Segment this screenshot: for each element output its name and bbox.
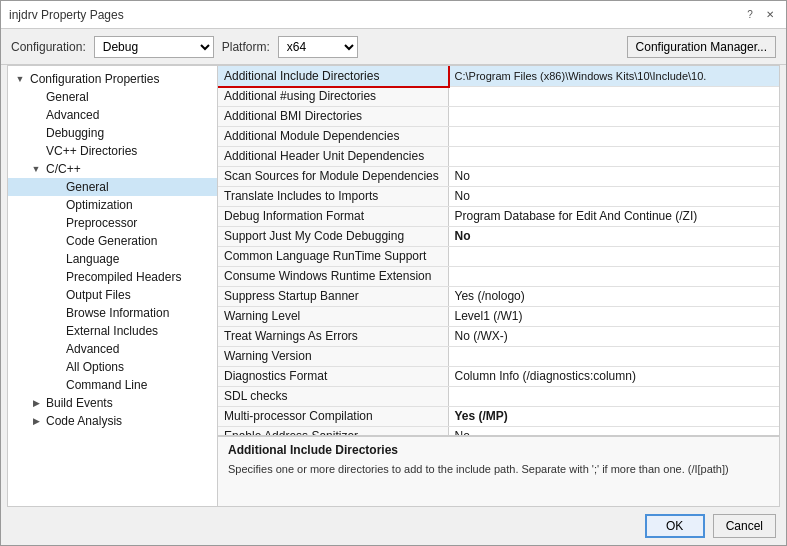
table-row[interactable]: SDL checks <box>218 386 779 406</box>
sidebar-item-output[interactable]: Output Files <box>8 286 217 304</box>
table-row[interactable]: Suppress Startup BannerYes (/nologo) <box>218 286 779 306</box>
ok-button[interactable]: OK <box>645 514 705 538</box>
prop-name: Treat Warnings As Errors <box>218 326 448 346</box>
prop-value <box>448 86 779 106</box>
prop-name: Additional BMI Directories <box>218 106 448 126</box>
main-content: ▼ Configuration Properties General Advan… <box>7 65 780 507</box>
props-table: Additional Include DirectoriesC:\Program… <box>218 66 779 436</box>
prop-name: Consume Windows Runtime Extension <box>218 266 448 286</box>
table-row[interactable]: Additional #using Directories <box>218 86 779 106</box>
table-row[interactable]: Warning Version <box>218 346 779 366</box>
sidebar-item-cmdline[interactable]: Command Line <box>8 376 217 394</box>
expander-icon <box>48 197 64 213</box>
expander-icon <box>48 305 64 321</box>
right-panel: Additional Include DirectoriesC:\Program… <box>218 66 779 506</box>
prop-value: No <box>448 426 779 436</box>
expander-icon <box>28 89 44 105</box>
config-manager-button[interactable]: Configuration Manager... <box>627 36 776 58</box>
help-button[interactable]: ? <box>742 7 758 23</box>
table-row[interactable]: Translate Includes to ImportsNo <box>218 186 779 206</box>
sidebar-item-config-props[interactable]: ▼ Configuration Properties <box>8 70 217 88</box>
prop-name: Additional Include Directories <box>218 66 448 86</box>
prop-value: Program Database for Edit And Continue (… <box>448 206 779 226</box>
table-row[interactable]: Additional Module Dependencies <box>218 126 779 146</box>
sidebar-item-debugging[interactable]: Debugging <box>8 124 217 142</box>
sidebar-item-advanced-top[interactable]: Advanced <box>8 106 217 124</box>
table-row[interactable]: Additional BMI Directories <box>218 106 779 126</box>
prop-name: Scan Sources for Module Dependencies <box>218 166 448 186</box>
sidebar-item-advanced[interactable]: Advanced <box>8 340 217 358</box>
expander-icon <box>28 125 44 141</box>
sidebar-item-cpp[interactable]: ▼ C/C++ <box>8 160 217 178</box>
expander-icon <box>48 215 64 231</box>
prop-value: No <box>448 226 779 246</box>
table-row[interactable]: Consume Windows Runtime Extension <box>218 266 779 286</box>
expander-icon <box>48 233 64 249</box>
table-row[interactable]: Enable Address SanitizerNo <box>218 426 779 436</box>
expander-icon: ▶ <box>28 413 44 429</box>
prop-value: Column Info (/diagnostics:column) <box>448 366 779 386</box>
sidebar: ▼ Configuration Properties General Advan… <box>8 66 218 506</box>
table-row[interactable]: Additional Header Unit Dependencies <box>218 146 779 166</box>
sidebar-item-precompiled[interactable]: Precompiled Headers <box>8 268 217 286</box>
prop-value <box>448 126 779 146</box>
platform-select[interactable]: x64 x86 <box>278 36 358 58</box>
sidebar-item-code-analysis[interactable]: ▶ Code Analysis <box>8 412 217 430</box>
table-row[interactable]: Debug Information FormatProgram Database… <box>218 206 779 226</box>
sidebar-item-language[interactable]: Language <box>8 250 217 268</box>
prop-value: Level1 (/W1) <box>448 306 779 326</box>
table-row[interactable]: Support Just My Code DebuggingNo <box>218 226 779 246</box>
config-label: Configuration: <box>11 40 86 54</box>
expander-icon: ▼ <box>12 71 28 87</box>
expander-icon <box>48 377 64 393</box>
sidebar-item-codegen[interactable]: Code Generation <box>8 232 217 250</box>
expander-icon <box>28 107 44 123</box>
prop-value: C:\Program Files (x86)\Windows Kits\10\I… <box>448 66 779 86</box>
properties-grid: Additional Include DirectoriesC:\Program… <box>218 66 779 436</box>
sidebar-item-general[interactable]: General <box>8 88 217 106</box>
table-row[interactable]: Treat Warnings As ErrorsNo (/WX-) <box>218 326 779 346</box>
prop-name: Additional Header Unit Dependencies <box>218 146 448 166</box>
expander-icon <box>48 251 64 267</box>
table-row[interactable]: Warning LevelLevel1 (/W1) <box>218 306 779 326</box>
info-title: Additional Include Directories <box>228 443 769 457</box>
prop-name: SDL checks <box>218 386 448 406</box>
prop-value: No (/WX-) <box>448 326 779 346</box>
table-row[interactable]: Multi-processor CompilationYes (/MP) <box>218 406 779 426</box>
prop-name: Diagnostics Format <box>218 366 448 386</box>
sidebar-item-preprocessor[interactable]: Preprocessor <box>8 214 217 232</box>
expander-icon <box>28 143 44 159</box>
sidebar-item-external[interactable]: External Includes <box>8 322 217 340</box>
footer: OK Cancel <box>1 507 786 545</box>
sidebar-item-browse[interactable]: Browse Information <box>8 304 217 322</box>
prop-name: Translate Includes to Imports <box>218 186 448 206</box>
sidebar-item-allopts[interactable]: All Options <box>8 358 217 376</box>
title-bar-buttons: ? ✕ <box>742 7 778 23</box>
info-desc: Specifies one or more directories to add… <box>228 461 769 478</box>
sidebar-item-cpp-general[interactable]: General <box>8 178 217 196</box>
close-button[interactable]: ✕ <box>762 7 778 23</box>
expander-icon: ▶ <box>28 395 44 411</box>
prop-name: Debug Information Format <box>218 206 448 226</box>
sidebar-item-optimization[interactable]: Optimization <box>8 196 217 214</box>
sidebar-item-build-events[interactable]: ▶ Build Events <box>8 394 217 412</box>
cancel-button[interactable]: Cancel <box>713 514 776 538</box>
prop-value <box>448 346 779 366</box>
expander-icon <box>48 179 64 195</box>
table-row[interactable]: Diagnostics FormatColumn Info (/diagnost… <box>218 366 779 386</box>
platform-label: Platform: <box>222 40 270 54</box>
config-select[interactable]: Debug Release <box>94 36 214 58</box>
table-row[interactable]: Common Language RunTime Support <box>218 246 779 266</box>
property-pages-window: injdrv Property Pages ? ✕ Configuration:… <box>0 0 787 546</box>
table-row[interactable]: Scan Sources for Module DependenciesNo <box>218 166 779 186</box>
prop-value: No <box>448 166 779 186</box>
prop-value: Yes (/MP) <box>448 406 779 426</box>
prop-name: Warning Level <box>218 306 448 326</box>
prop-value <box>448 146 779 166</box>
prop-name: Suppress Startup Banner <box>218 286 448 306</box>
prop-value <box>448 266 779 286</box>
prop-value: No <box>448 186 779 206</box>
sidebar-item-vc-dirs[interactable]: VC++ Directories <box>8 142 217 160</box>
table-row[interactable]: Additional Include DirectoriesC:\Program… <box>218 66 779 86</box>
prop-value <box>448 246 779 266</box>
